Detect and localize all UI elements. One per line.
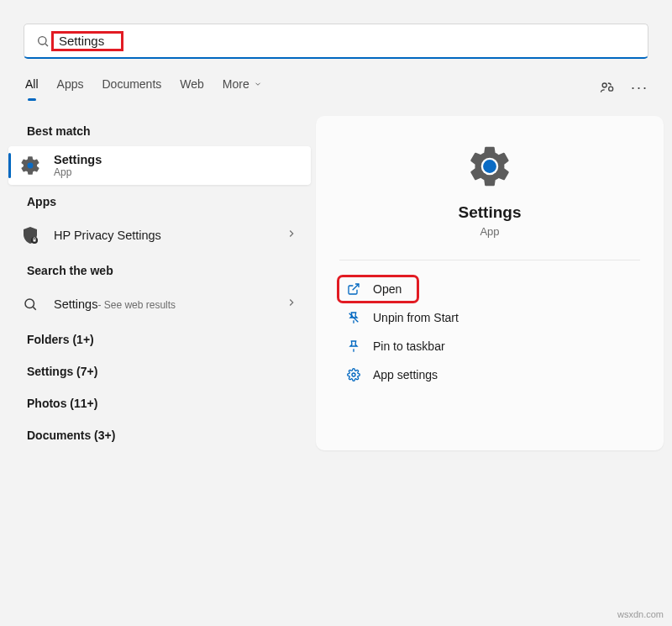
- section-folders[interactable]: Folders (1+): [8, 323, 311, 355]
- action-label: Pin to taskbar: [373, 339, 445, 353]
- svg-point-7: [25, 299, 34, 308]
- watermark: wsxdn.com: [617, 609, 664, 619]
- svg-line-1: [45, 44, 48, 46]
- result-best-settings[interactable]: Settings App: [8, 146, 311, 185]
- action-label: Open: [373, 282, 402, 296]
- preview-subtitle: App: [480, 225, 499, 238]
- filter-tabs: All Apps Documents Web More ···: [0, 59, 672, 99]
- more-options-icon[interactable]: ···: [631, 79, 648, 98]
- action-label: App settings: [373, 368, 438, 381]
- pin-icon: [346, 339, 361, 353]
- svg-line-11: [353, 284, 359, 290]
- preview-title: Settings: [459, 203, 522, 222]
- section-photos[interactable]: Photos (11+): [8, 387, 311, 418]
- section-documents[interactable]: Documents (3+): [8, 418, 311, 450]
- result-title: Settings: [54, 153, 102, 166]
- unpin-icon: [346, 311, 361, 324]
- result-web-settings[interactable]: Settings - See web results: [8, 286, 311, 323]
- shield-lock-icon: [18, 224, 42, 247]
- svg-point-2: [602, 83, 606, 87]
- action-unpin-start[interactable]: Unpin from Start: [339, 306, 640, 329]
- svg-point-13: [352, 373, 355, 376]
- tab-all[interactable]: All: [25, 77, 39, 99]
- chevron-right-icon: [286, 228, 297, 243]
- result-subtitle: App: [54, 166, 102, 178]
- action-label: Unpin from Start: [373, 311, 459, 324]
- result-subtitle: - See web results: [97, 299, 176, 311]
- tab-documents[interactable]: Documents: [102, 77, 161, 99]
- result-title: Settings: [54, 297, 97, 311]
- gear-icon: [466, 143, 513, 190]
- result-title: HP Privacy Settings: [54, 229, 161, 242]
- tab-apps[interactable]: Apps: [57, 77, 84, 99]
- chevron-down-icon: [254, 77, 262, 91]
- svg-rect-6: [34, 239, 36, 242]
- svg-line-8: [33, 307, 35, 309]
- result-hp-privacy-settings[interactable]: HP Privacy Settings: [8, 217, 311, 254]
- search-input[interactable]: [55, 34, 116, 48]
- chevron-right-icon: [286, 297, 297, 312]
- section-search-web: Search the web: [8, 254, 311, 286]
- action-open[interactable]: Open: [339, 277, 417, 301]
- gear-icon: [18, 154, 42, 177]
- tab-more[interactable]: More: [223, 77, 262, 99]
- svg-point-10: [483, 160, 496, 173]
- search-icon: [18, 292, 42, 316]
- action-app-settings[interactable]: App settings: [339, 363, 640, 387]
- preview-pane: Settings App Open Unpin from Start Pi: [316, 116, 664, 450]
- tab-web[interactable]: Web: [180, 77, 204, 99]
- account-switch-icon[interactable]: [599, 79, 616, 98]
- tab-more-label: More: [223, 77, 249, 91]
- search-box[interactable]: [24, 24, 648, 59]
- svg-point-4: [28, 163, 34, 169]
- section-apps: Apps: [8, 185, 311, 217]
- section-settings[interactable]: Settings (7+): [8, 355, 311, 387]
- svg-point-0: [39, 36, 46, 44]
- svg-point-3: [609, 87, 613, 91]
- gear-icon: [346, 368, 361, 381]
- action-pin-taskbar[interactable]: Pin to taskbar: [339, 334, 640, 358]
- section-best-match: Best match: [8, 114, 311, 146]
- search-highlight-box: [51, 31, 123, 51]
- results-pane: Best match Settings App Apps HP Privacy …: [8, 109, 311, 450]
- search-icon: [36, 34, 50, 48]
- open-external-icon: [346, 282, 361, 296]
